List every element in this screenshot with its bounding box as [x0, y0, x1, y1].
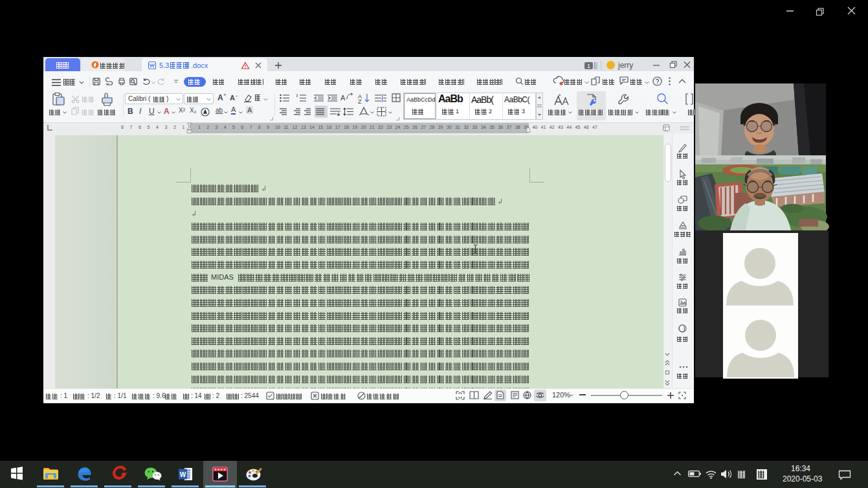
svg-text:W: W [180, 471, 186, 478]
